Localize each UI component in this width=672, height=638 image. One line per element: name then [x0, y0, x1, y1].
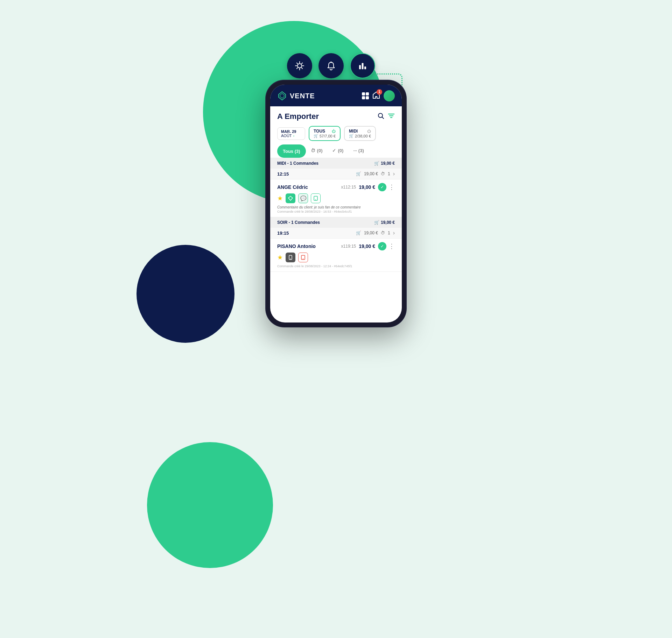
filter-tous-chip[interactable]: TOUS ⏻ 🛒 57/7,00 €: [309, 126, 341, 141]
svg-line-7: [301, 63, 302, 64]
home-notification-icon[interactable]: 1: [372, 91, 380, 101]
ange-actions: ★ 💬: [277, 193, 395, 203]
tab-done[interactable]: ✓ (0): [327, 144, 348, 158]
soir-group-header: SOIR - 1 Commandes 🛒 19,00 €: [270, 217, 402, 228]
svg-point-19: [315, 199, 316, 200]
ange-star[interactable]: ★: [277, 194, 283, 202]
midi-chip-label: MIDI: [349, 129, 358, 134]
date-label: MAR. 29: [281, 129, 296, 134]
filter-icon[interactable]: [388, 112, 395, 121]
svg-rect-11: [362, 63, 364, 69]
filter-midi-chip[interactable]: MIDI ⏻ 🛒 2/38,00 €: [344, 126, 376, 141]
bg-circle-navy-left: [136, 245, 234, 343]
phone-content-area: A Emporter: [270, 106, 402, 272]
pisano-phone-icon[interactable]: [286, 253, 295, 262]
midi-time-info: 🛒 19,00 € ⏱ 1 ›: [356, 171, 395, 177]
grid-menu-icon[interactable]: [362, 92, 369, 99]
title-action-icons: [377, 112, 395, 121]
soir-time-info: 🛒 19,00 € ⏱ 1 ›: [356, 230, 395, 236]
order-item-pisano: PISANO Antonio x1 19:15 19,00 € ✓ ⋮ ★: [270, 239, 402, 272]
search-icon[interactable]: [377, 112, 384, 121]
svg-point-9: [330, 62, 332, 63]
soir-chevron: ›: [393, 230, 395, 236]
ange-order-header: ANGE Cédric x1 12:15 19,00 € ✓ ⋮: [277, 183, 395, 191]
pisano-order-header: PISANO Antonio x1 19:15 19,00 € ✓ ⋮: [277, 242, 395, 250]
pisano-check-button[interactable]: ✓: [378, 242, 386, 250]
svg-marker-14: [280, 93, 284, 98]
ange-diamond-icon[interactable]: [286, 193, 295, 203]
section-title-bar: A Emporter: [270, 106, 402, 124]
order-group-midi: MIDI - 1 Commandes 🛒 19,00 € 12:15 🛒 19,…: [270, 158, 402, 217]
chart-icon-button[interactable]: [350, 53, 375, 78]
pisano-price: 19,00 €: [359, 243, 375, 249]
ange-qty: x1: [341, 185, 346, 190]
ange-meta: Commande créé le 28/08/2023 - 16:53 - #6…: [277, 210, 395, 213]
midi-chevron: ›: [393, 171, 395, 177]
tous-chip-value: 🛒 57/7,00 €: [314, 134, 336, 138]
midi-group-label: MIDI - 1 Commandes: [277, 161, 318, 166]
header-icons: 1: [362, 90, 395, 101]
svg-line-8: [297, 68, 298, 69]
soir-group-label: SOIR - 1 Commandes: [277, 220, 320, 225]
clock-tab-icon: ⏱: [311, 148, 315, 153]
date-filter-bar: MAR. 29 AOÛT › TOUS ⏻ 🛒 57/: [270, 124, 402, 144]
phone-screen: VENTE 1: [270, 85, 402, 322]
user-avatar[interactable]: [384, 90, 395, 101]
app-header: VENTE 1: [270, 85, 402, 106]
pisano-more-button[interactable]: ⋮: [388, 242, 395, 250]
tab-tous[interactable]: Tous (3): [277, 144, 306, 158]
pisano-time: 19:15: [345, 244, 356, 249]
soir-time: 19:15: [277, 231, 289, 236]
notification-count: 1: [377, 89, 382, 95]
phone-outer-shell: VENTE 1: [266, 80, 406, 327]
midi-power-icon: ⏻: [367, 129, 371, 133]
order-group-soir: SOIR - 1 Commandes 🛒 19,00 € 19:15 🛒 19,…: [270, 217, 402, 272]
pisano-name: PISANO Antonio: [277, 243, 339, 249]
svg-point-23: [303, 258, 303, 259]
app-logo: VENTE: [277, 91, 315, 101]
chevron-right-icon: ›: [293, 134, 295, 138]
ange-time: 12:15: [345, 185, 356, 190]
date-sub: AOÛT ›: [281, 134, 294, 138]
section-title: A Emporter: [277, 112, 319, 121]
midi-time: 12:15: [277, 171, 289, 177]
date-selector[interactable]: MAR. 29 AOÛT ›: [277, 127, 305, 140]
svg-marker-13: [279, 92, 286, 100]
check-tab-icon: ✓: [332, 148, 336, 153]
svg-line-6: [301, 68, 302, 69]
ange-price: 19,00 €: [359, 184, 375, 190]
floating-icon-group: [287, 53, 375, 78]
tous-chip-header: TOUS ⏻: [314, 129, 336, 134]
pisano-star[interactable]: ★: [277, 254, 283, 261]
ange-check-button[interactable]: ✓: [378, 183, 386, 191]
svg-rect-12: [364, 66, 366, 69]
bg-circle-teal-bottom: [147, 442, 273, 568]
svg-point-0: [298, 64, 302, 68]
ange-tablet-icon[interactable]: [311, 193, 321, 203]
pisano-qty: x1: [341, 244, 346, 249]
pisano-tablet-icon[interactable]: [298, 253, 308, 262]
pisano-actions: ★: [277, 253, 395, 262]
svg-marker-17: [288, 196, 293, 200]
soir-group-total: 🛒 19,00 €: [374, 220, 395, 225]
svg-line-5: [297, 63, 298, 64]
svg-line-16: [382, 117, 384, 119]
pisano-meta: Commande créé le 29/08/2023 - 12:24 - #6…: [277, 264, 395, 268]
ange-name: ANGE Cédric: [277, 184, 339, 190]
midi-group-header: MIDI - 1 Commandes 🛒 19,00 €: [270, 158, 402, 169]
phone-mockup: VENTE 1: [266, 80, 406, 327]
light-icon-button[interactable]: [287, 53, 312, 78]
tab-more[interactable]: ··· (3): [348, 144, 369, 158]
tous-chip-label: TOUS: [314, 129, 325, 134]
tab-pending[interactable]: ⏱ (0): [306, 144, 328, 158]
midi-chip-header: MIDI ⏻: [349, 129, 371, 134]
tous-power-icon: ⏻: [332, 129, 336, 133]
ange-speech-icon[interactable]: 💬: [298, 193, 308, 203]
ange-comment: Commentaire du client: je suis fan de ce…: [277, 205, 395, 209]
ange-more-button[interactable]: ⋮: [388, 183, 395, 191]
bell-icon-button[interactable]: [318, 53, 344, 78]
soir-time-row[interactable]: 19:15 🛒 19,00 € ⏱ 1 ›: [270, 228, 402, 239]
midi-time-row[interactable]: 12:15 🛒 19,00 € ⏱ 1 ›: [270, 169, 402, 179]
svg-point-21: [290, 258, 291, 259]
svg-rect-10: [359, 65, 361, 69]
